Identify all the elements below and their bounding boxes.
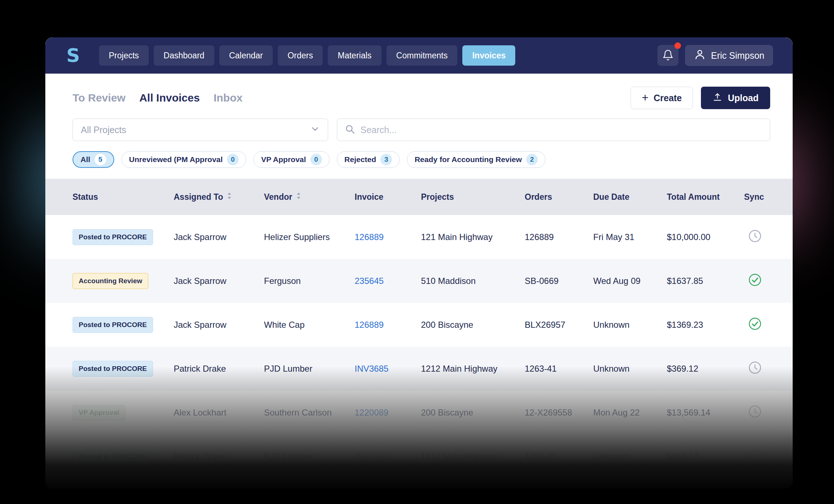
nav-item-invoices[interactable]: Invoices [462, 45, 515, 66]
navbar-right: Eric Simpson [657, 45, 773, 66]
invoice-cell: 126889 [355, 320, 421, 330]
order-cell: 126889 [525, 232, 593, 242]
upload-button-label: Upload [728, 93, 759, 103]
tab-inbox[interactable]: Inbox [214, 92, 243, 104]
column-header-label: Invoice [355, 192, 383, 202]
invoice-link[interactable]: 235645 [355, 276, 384, 286]
filter-chip-rejected[interactable]: Rejected3 [337, 151, 400, 168]
filter-chip-all[interactable]: All5 [73, 151, 114, 168]
table-header-row: StatusAssigned ToVendorInvoiceProjectsOr… [45, 179, 793, 215]
nav-item-orders[interactable]: Orders [278, 45, 323, 66]
invoice-link[interactable]: INV3685 [355, 364, 388, 373]
column-header-label: Orders [525, 192, 552, 202]
column-header-label: Projects [421, 192, 454, 202]
sync-cell [744, 273, 793, 289]
invoice-row[interactable]: VP ApprovalAlex LockhartSouthern Carlson… [45, 391, 793, 434]
column-header-label: Total Amount [667, 192, 720, 202]
invoice-link[interactable]: 1220089 [355, 408, 388, 417]
invoice-link[interactable]: 126889 [355, 320, 384, 330]
column-header-sync: Sync [744, 192, 793, 202]
check-circle-icon [748, 279, 762, 289]
order-cell: 1263-41 [525, 364, 593, 374]
status-cell: Posted to PROCORE [73, 229, 174, 245]
status-badge: Posted to PROCORE [73, 361, 153, 377]
top-navbar: S ProjectsDashboardCalendarOrdersMateria… [45, 37, 793, 74]
chip-count-badge: 2 [526, 154, 538, 165]
search-icon [344, 124, 355, 136]
search-input[interactable] [360, 125, 763, 135]
assigned-to-cell: Jack Sparrow [174, 320, 264, 330]
invoice-cell: INV3685 [355, 364, 421, 374]
invoice-row[interactable]: Posted to PROCOREPatrick DrakePJD Lumber… [45, 434, 793, 478]
clock-icon [748, 455, 762, 464]
project-cell: 121 Main Highway [421, 232, 525, 242]
due-date-cell: Unknown [593, 320, 667, 330]
chip-label: All [80, 155, 90, 164]
column-header-total-amount: Total Amount [667, 192, 744, 202]
invoice-link[interactable]: 126889 [355, 232, 384, 242]
sort-icon [296, 192, 301, 202]
toolbar-actions: + Create Upload [631, 87, 770, 109]
invoice-cell: 126889 [355, 232, 421, 242]
nav-item-calendar[interactable]: Calendar [219, 45, 273, 66]
status-cell: VP Approval [73, 405, 174, 421]
filter-chip-unreviewed-pm-approval[interactable]: Unreviewed (PM Approval0 [121, 151, 246, 168]
column-header-vendor[interactable]: Vendor [264, 192, 355, 202]
assigned-to-cell: Patrick Drake [174, 451, 264, 462]
total-amount-cell: $10,000.00 [667, 232, 744, 242]
order-cell: BLX26957 [525, 320, 593, 330]
invoice-row[interactable]: Posted to PROCOREJack SparrowHelizer Sup… [45, 215, 793, 259]
project-filter-value: All Projects [81, 125, 126, 135]
upload-button[interactable]: Upload [701, 87, 770, 109]
status-badge: Posted to PROCORE [73, 229, 153, 245]
nav-item-materials[interactable]: Materials [328, 45, 381, 66]
column-header-status: Status [73, 192, 174, 202]
check-circle-icon [748, 323, 762, 333]
order-cell: SB-0669 [525, 276, 593, 286]
sync-cell [744, 317, 793, 333]
vendor-cell: Ferguson [264, 276, 355, 286]
vendor-cell: PJD Lumber [264, 451, 355, 462]
invoice-link[interactable]: INV3685 [355, 451, 388, 461]
user-name: Eric Simpson [711, 50, 764, 61]
create-button[interactable]: + Create [631, 87, 693, 109]
view-tabs: To ReviewAll InvoicesInbox [73, 92, 243, 104]
due-date-cell: Unknown [593, 451, 667, 462]
nav-item-commitments[interactable]: Commitments [387, 45, 458, 66]
project-cell: 200 Biscayne [421, 320, 525, 330]
column-header-orders: Orders [525, 192, 593, 202]
due-date-cell: Unknown [593, 364, 667, 374]
nav-item-dashboard[interactable]: Dashboard [154, 45, 214, 66]
project-cell: 1212 Main Highway [421, 451, 525, 462]
user-menu-button[interactable]: Eric Simpson [685, 45, 773, 66]
column-header-assigned-to[interactable]: Assigned To [174, 192, 264, 202]
bell-icon [662, 49, 674, 62]
filter-chip-vp-approval[interactable]: VP Approval0 [253, 151, 330, 168]
user-avatar-icon [694, 48, 706, 63]
invoice-row[interactable]: Posted to PROCOREJack SparrowWhite Cap12… [45, 303, 793, 347]
due-date-cell: Wed Aug 09 [593, 276, 667, 286]
invoice-row[interactable]: Posted to PROCOREPatrick DrakePJD Lumber… [45, 347, 793, 391]
tab-all-invoices[interactable]: All Invoices [139, 92, 200, 104]
chip-count-badge: 3 [380, 154, 392, 165]
order-cell: 12-X269558 [525, 408, 593, 418]
tab-to-review[interactable]: To Review [73, 92, 125, 104]
notifications-button[interactable] [657, 45, 678, 66]
project-filter-dropdown[interactable]: All Projects [73, 119, 328, 141]
due-date-cell: Fri May 31 [593, 232, 667, 242]
chip-count-badge: 0 [310, 154, 322, 165]
total-amount-cell: $1637.85 [667, 276, 744, 286]
project-cell: 1212 Main Highway [421, 364, 525, 374]
filter-chip-ready-for-accounting-review[interactable]: Ready for Accounting Review2 [407, 151, 545, 168]
status-cell: Posted to PROCORE [73, 449, 174, 464]
status-cell: Posted to PROCORE [73, 317, 174, 333]
clock-icon [748, 235, 762, 245]
chip-label: VP Approval [261, 155, 306, 164]
search-box[interactable] [337, 119, 770, 141]
invoice-row[interactable]: Accounting ReviewJack SparrowFerguson235… [45, 259, 793, 303]
assigned-to-cell: Alex Lockhart [174, 408, 264, 418]
app-logo: S [66, 45, 88, 66]
project-cell: 510 Maddison [421, 276, 525, 286]
sync-cell [744, 404, 793, 421]
nav-item-projects[interactable]: Projects [99, 45, 149, 66]
